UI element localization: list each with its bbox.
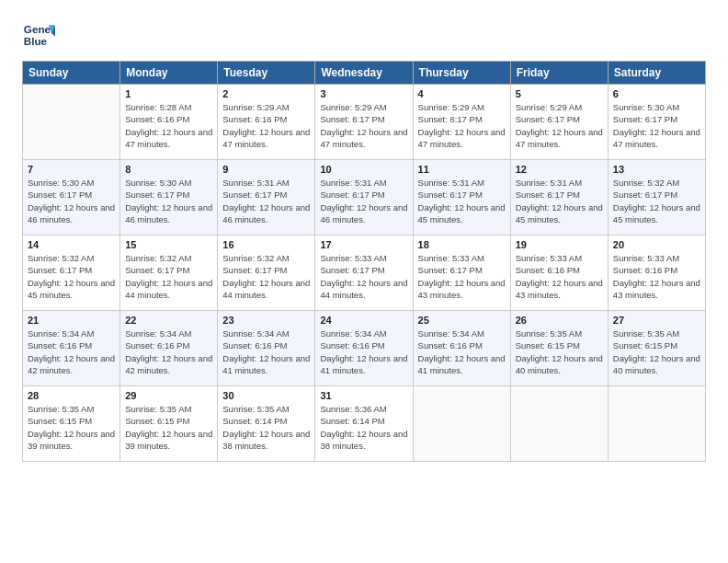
- day-number: 26: [516, 315, 603, 326]
- day-number: 3: [320, 88, 407, 99]
- day-detail: Sunrise: 5:35 AMSunset: 6:15 PMDaylight:…: [613, 327, 700, 376]
- day-number: 8: [125, 164, 212, 175]
- day-detail: Sunrise: 5:29 AMSunset: 6:17 PMDaylight:…: [320, 101, 407, 150]
- day-detail: Sunrise: 5:30 AMSunset: 6:17 PMDaylight:…: [125, 177, 212, 225]
- day-detail: Sunrise: 5:30 AMSunset: 6:17 PMDaylight:…: [613, 101, 700, 150]
- day-number: 7: [28, 164, 115, 175]
- day-detail: Sunrise: 5:34 AMSunset: 6:16 PMDaylight:…: [125, 327, 212, 376]
- calendar-table: SundayMondayTuesdayWednesdayThursdayFrid…: [22, 61, 706, 462]
- calendar-cell: 12Sunrise: 5:31 AMSunset: 6:17 PMDayligh…: [510, 160, 608, 236]
- calendar-cell: 14Sunrise: 5:32 AMSunset: 6:17 PMDayligh…: [23, 236, 120, 311]
- day-number: 16: [222, 239, 310, 250]
- day-detail: Sunrise: 5:34 AMSunset: 6:16 PMDaylight:…: [320, 327, 407, 376]
- day-detail: Sunrise: 5:32 AMSunset: 6:17 PMDaylight:…: [222, 252, 310, 301]
- day-of-week-header: Thursday: [413, 62, 510, 85]
- day-detail: Sunrise: 5:33 AMSunset: 6:16 PMDaylight:…: [613, 252, 700, 301]
- calendar-cell: 20Sunrise: 5:33 AMSunset: 6:16 PMDayligh…: [608, 236, 705, 311]
- day-number: 5: [516, 88, 603, 99]
- calendar-cell: 26Sunrise: 5:35 AMSunset: 6:15 PMDayligh…: [510, 311, 608, 386]
- calendar-cell: 11Sunrise: 5:31 AMSunset: 6:17 PMDayligh…: [413, 160, 510, 236]
- calendar-cell: 7Sunrise: 5:30 AMSunset: 6:17 PMDaylight…: [23, 160, 120, 236]
- day-number: 11: [418, 164, 506, 175]
- calendar-cell: 29Sunrise: 5:35 AMSunset: 6:15 PMDayligh…: [120, 386, 218, 462]
- day-detail: Sunrise: 5:35 AMSunset: 6:15 PMDaylight:…: [28, 403, 115, 452]
- calendar-cell: 22Sunrise: 5:34 AMSunset: 6:16 PMDayligh…: [120, 311, 218, 386]
- calendar-cell: [23, 85, 120, 160]
- day-of-week-header: Friday: [510, 62, 608, 85]
- calendar-cell: 9Sunrise: 5:31 AMSunset: 6:17 PMDaylight…: [218, 160, 315, 236]
- day-number: 19: [516, 239, 603, 250]
- day-detail: Sunrise: 5:33 AMSunset: 6:17 PMDaylight:…: [418, 252, 506, 301]
- calendar-cell: 21Sunrise: 5:34 AMSunset: 6:16 PMDayligh…: [23, 311, 120, 386]
- calendar-cell: 3Sunrise: 5:29 AMSunset: 6:17 PMDaylight…: [315, 85, 413, 160]
- day-number: 27: [613, 315, 700, 326]
- day-detail: Sunrise: 5:29 AMSunset: 6:16 PMDaylight:…: [222, 101, 310, 150]
- calendar-cell: 19Sunrise: 5:33 AMSunset: 6:16 PMDayligh…: [510, 236, 608, 311]
- day-of-week-header: Wednesday: [315, 62, 413, 85]
- calendar-cell: 30Sunrise: 5:35 AMSunset: 6:14 PMDayligh…: [218, 386, 315, 462]
- logo: General Blue: [22, 18, 59, 52]
- day-detail: Sunrise: 5:31 AMSunset: 6:17 PMDaylight:…: [222, 177, 310, 225]
- calendar-cell: 15Sunrise: 5:32 AMSunset: 6:17 PMDayligh…: [120, 236, 218, 311]
- day-number: 29: [125, 390, 212, 401]
- day-of-week-header: Tuesday: [218, 62, 315, 85]
- day-detail: Sunrise: 5:31 AMSunset: 6:17 PMDaylight:…: [516, 177, 603, 225]
- calendar-cell: 23Sunrise: 5:34 AMSunset: 6:16 PMDayligh…: [218, 311, 315, 386]
- day-number: 21: [28, 315, 115, 326]
- day-number: 12: [516, 164, 603, 175]
- calendar-cell: 24Sunrise: 5:34 AMSunset: 6:16 PMDayligh…: [315, 311, 413, 386]
- day-number: 17: [320, 239, 407, 250]
- day-number: 15: [125, 239, 212, 250]
- calendar-cell: 8Sunrise: 5:30 AMSunset: 6:17 PMDaylight…: [120, 160, 218, 236]
- day-number: 2: [222, 88, 310, 99]
- day-detail: Sunrise: 5:35 AMSunset: 6:14 PMDaylight:…: [222, 403, 310, 452]
- day-detail: Sunrise: 5:29 AMSunset: 6:17 PMDaylight:…: [516, 101, 603, 150]
- day-number: 18: [418, 239, 506, 250]
- day-number: 22: [125, 315, 212, 326]
- day-number: 20: [613, 239, 700, 250]
- day-number: 13: [613, 164, 700, 175]
- calendar-cell: 4Sunrise: 5:29 AMSunset: 6:17 PMDaylight…: [413, 85, 510, 160]
- calendar-cell: [413, 386, 510, 462]
- calendar-cell: [510, 386, 608, 462]
- day-detail: Sunrise: 5:35 AMSunset: 6:15 PMDaylight:…: [516, 327, 603, 376]
- calendar-cell: [608, 386, 705, 462]
- day-detail: Sunrise: 5:36 AMSunset: 6:14 PMDaylight:…: [320, 403, 407, 452]
- day-of-week-header: Sunday: [23, 62, 120, 85]
- day-detail: Sunrise: 5:32 AMSunset: 6:17 PMDaylight:…: [28, 252, 115, 301]
- calendar-cell: 18Sunrise: 5:33 AMSunset: 6:17 PMDayligh…: [413, 236, 510, 311]
- day-detail: Sunrise: 5:34 AMSunset: 6:16 PMDaylight:…: [28, 327, 115, 376]
- calendar-cell: 2Sunrise: 5:29 AMSunset: 6:16 PMDaylight…: [218, 85, 315, 160]
- day-detail: Sunrise: 5:34 AMSunset: 6:16 PMDaylight:…: [222, 327, 310, 376]
- day-number: 4: [418, 88, 506, 99]
- day-detail: Sunrise: 5:35 AMSunset: 6:15 PMDaylight:…: [125, 403, 212, 452]
- calendar-cell: 6Sunrise: 5:30 AMSunset: 6:17 PMDaylight…: [608, 85, 705, 160]
- logo-icon: General Blue: [22, 18, 55, 52]
- calendar-cell: 13Sunrise: 5:32 AMSunset: 6:17 PMDayligh…: [608, 160, 705, 236]
- day-number: 23: [222, 315, 310, 326]
- day-of-week-header: Saturday: [608, 62, 705, 85]
- day-detail: Sunrise: 5:30 AMSunset: 6:17 PMDaylight:…: [28, 177, 115, 225]
- day-number: 30: [222, 390, 310, 401]
- day-number: 25: [418, 315, 506, 326]
- calendar-cell: 1Sunrise: 5:28 AMSunset: 6:16 PMDaylight…: [120, 85, 218, 160]
- day-detail: Sunrise: 5:31 AMSunset: 6:17 PMDaylight:…: [418, 177, 506, 225]
- calendar-cell: 27Sunrise: 5:35 AMSunset: 6:15 PMDayligh…: [608, 311, 705, 386]
- calendar-cell: 28Sunrise: 5:35 AMSunset: 6:15 PMDayligh…: [23, 386, 120, 462]
- day-detail: Sunrise: 5:31 AMSunset: 6:17 PMDaylight:…: [320, 177, 407, 225]
- day-number: 9: [222, 164, 310, 175]
- day-number: 31: [320, 390, 407, 401]
- day-number: 6: [613, 88, 700, 99]
- calendar-cell: 25Sunrise: 5:34 AMSunset: 6:16 PMDayligh…: [413, 311, 510, 386]
- day-detail: Sunrise: 5:32 AMSunset: 6:17 PMDaylight:…: [613, 177, 700, 225]
- calendar-cell: 5Sunrise: 5:29 AMSunset: 6:17 PMDaylight…: [510, 85, 608, 160]
- day-number: 14: [28, 239, 115, 250]
- calendar-cell: 16Sunrise: 5:32 AMSunset: 6:17 PMDayligh…: [218, 236, 315, 311]
- calendar-cell: 17Sunrise: 5:33 AMSunset: 6:17 PMDayligh…: [315, 236, 413, 311]
- day-number: 24: [320, 315, 407, 326]
- day-detail: Sunrise: 5:28 AMSunset: 6:16 PMDaylight:…: [125, 101, 212, 150]
- day-number: 1: [125, 88, 212, 99]
- day-detail: Sunrise: 5:34 AMSunset: 6:16 PMDaylight:…: [418, 327, 506, 376]
- calendar-cell: 10Sunrise: 5:31 AMSunset: 6:17 PMDayligh…: [315, 160, 413, 236]
- day-number: 10: [320, 164, 407, 175]
